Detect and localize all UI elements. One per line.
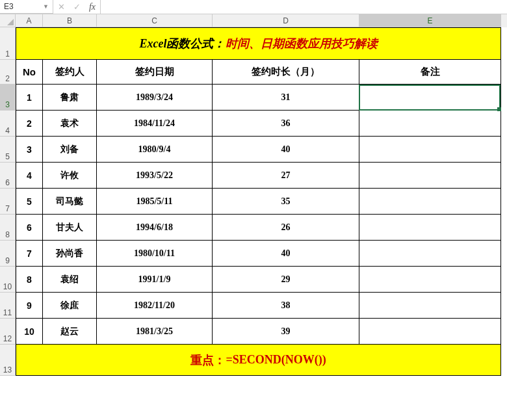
row-header[interactable]: 9 bbox=[0, 241, 16, 267]
cell-months[interactable]: 40 bbox=[213, 241, 359, 267]
table-row: 64许攸1993/5/2227 bbox=[0, 163, 507, 189]
cell-months[interactable]: 40 bbox=[213, 137, 359, 163]
col-header-c[interactable]: C bbox=[97, 14, 213, 27]
formula-bar: E3 ▼ ✕ ✓ fx bbox=[0, 0, 507, 14]
cell-note[interactable] bbox=[359, 267, 501, 293]
table-row: 31鲁肃1989/3/2431 bbox=[0, 85, 507, 111]
cell-note[interactable] bbox=[359, 189, 501, 215]
cell-date[interactable]: 1982/11/20 bbox=[97, 293, 213, 319]
header-signer[interactable]: 签约人 bbox=[43, 60, 97, 85]
cell-months[interactable]: 31 bbox=[213, 85, 359, 111]
footer-part1: 重点： bbox=[190, 352, 226, 368]
cell-note[interactable] bbox=[359, 111, 501, 137]
table-row: 108袁绍1991/1/929 bbox=[0, 267, 507, 293]
cell-note[interactable] bbox=[359, 241, 501, 267]
cell-note[interactable] bbox=[359, 85, 501, 111]
cancel-icon[interactable]: ✕ bbox=[53, 0, 69, 14]
cell-date[interactable]: 1991/1/9 bbox=[97, 267, 213, 293]
cell-months[interactable]: 38 bbox=[213, 293, 359, 319]
row-header[interactable]: 13 bbox=[0, 345, 16, 376]
cell-signer[interactable]: 司马懿 bbox=[43, 189, 97, 215]
cell-months[interactable]: 36 bbox=[213, 111, 359, 137]
row-header[interactable]: 10 bbox=[0, 267, 16, 293]
cell-date[interactable]: 1989/3/24 bbox=[97, 85, 213, 111]
cell-signer[interactable]: 鲁肃 bbox=[43, 85, 97, 111]
formula-bar-buttons: ✕ ✓ fx bbox=[53, 0, 101, 14]
cell-note[interactable] bbox=[359, 319, 501, 345]
col-header-a[interactable]: A bbox=[16, 14, 43, 27]
table-row: 13 重点： =SECOND(NOW()) bbox=[0, 345, 507, 376]
header-note[interactable]: 备注 bbox=[359, 60, 501, 85]
cell-signer[interactable]: 袁绍 bbox=[43, 267, 97, 293]
title-part2: 时间、日期函数应用技巧解读 bbox=[226, 36, 378, 51]
cell-date[interactable]: 1994/6/18 bbox=[97, 215, 213, 241]
cell-date[interactable]: 1980/10/11 bbox=[97, 241, 213, 267]
cell-signer[interactable]: 孙尚香 bbox=[43, 241, 97, 267]
cell-signer[interactable]: 袁术 bbox=[43, 111, 97, 137]
cell-signer[interactable]: 许攸 bbox=[43, 163, 97, 189]
cell-signer[interactable]: 刘备 bbox=[43, 137, 97, 163]
cell-months[interactable]: 29 bbox=[213, 267, 359, 293]
cell-signer[interactable]: 徐庶 bbox=[43, 293, 97, 319]
cell-note[interactable] bbox=[359, 215, 501, 241]
table-row: 2 No 签约人 签约日期 签约时长（月） 备注 bbox=[0, 60, 507, 85]
cell-no[interactable]: 7 bbox=[16, 241, 43, 267]
cell-months[interactable]: 35 bbox=[213, 189, 359, 215]
cell-months[interactable]: 27 bbox=[213, 163, 359, 189]
cell-note[interactable] bbox=[359, 137, 501, 163]
footer-part2: =SECOND(NOW()) bbox=[226, 353, 326, 367]
row-header[interactable]: 11 bbox=[0, 293, 16, 319]
row-header[interactable]: 3 bbox=[0, 85, 16, 111]
cell-no[interactable]: 5 bbox=[16, 189, 43, 215]
title-cell[interactable]: Excel函数公式： 时间、日期函数应用技巧解读 bbox=[16, 27, 501, 60]
name-box-value: E3 bbox=[4, 2, 14, 11]
table-row: 86甘夫人1994/6/1826 bbox=[0, 215, 507, 241]
cell-no[interactable]: 1 bbox=[16, 85, 43, 111]
cell-no[interactable]: 9 bbox=[16, 293, 43, 319]
cell-note[interactable] bbox=[359, 293, 501, 319]
row-header[interactable]: 4 bbox=[0, 111, 16, 137]
row-header[interactable]: 12 bbox=[0, 319, 16, 345]
row-header[interactable]: 7 bbox=[0, 189, 16, 215]
fx-icon[interactable]: fx bbox=[84, 0, 100, 14]
table-row: 75司马懿1985/5/1135 bbox=[0, 189, 507, 215]
select-all-corner[interactable] bbox=[0, 14, 16, 27]
col-header-e[interactable]: E bbox=[359, 14, 501, 27]
row-header[interactable]: 8 bbox=[0, 215, 16, 241]
cell-date[interactable]: 1993/5/22 bbox=[97, 163, 213, 189]
name-box[interactable]: E3 ▼ bbox=[0, 0, 53, 14]
column-headers: A B C D E bbox=[16, 14, 507, 27]
name-box-dropdown-icon[interactable]: ▼ bbox=[43, 3, 49, 10]
col-header-d[interactable]: D bbox=[213, 14, 359, 27]
cell-months[interactable]: 26 bbox=[213, 215, 359, 241]
footer-cell[interactable]: 重点： =SECOND(NOW()) bbox=[16, 345, 501, 376]
header-months[interactable]: 签约时长（月） bbox=[213, 60, 359, 85]
spreadsheet: A B C D E 1 Excel函数公式： 时间、日期函数应用技巧解读 2 N… bbox=[0, 14, 507, 376]
cell-no[interactable]: 6 bbox=[16, 215, 43, 241]
cell-no[interactable]: 4 bbox=[16, 163, 43, 189]
cell-signer[interactable]: 赵云 bbox=[43, 319, 97, 345]
cell-no[interactable]: 3 bbox=[16, 137, 43, 163]
cell-months[interactable]: 39 bbox=[213, 319, 359, 345]
row-header[interactable]: 1 bbox=[0, 27, 16, 60]
cell-date[interactable]: 1980/9/4 bbox=[97, 137, 213, 163]
cell-no[interactable]: 2 bbox=[16, 111, 43, 137]
row-header[interactable]: 5 bbox=[0, 137, 16, 163]
header-date[interactable]: 签约日期 bbox=[97, 60, 213, 85]
header-no[interactable]: No bbox=[16, 60, 43, 85]
cell-no[interactable]: 10 bbox=[16, 319, 43, 345]
cell-date[interactable]: 1985/5/11 bbox=[97, 189, 213, 215]
title-part1: Excel函数公式： bbox=[140, 36, 226, 51]
cell-signer[interactable]: 甘夫人 bbox=[43, 215, 97, 241]
row-header[interactable]: 2 bbox=[0, 60, 16, 85]
row-header[interactable]: 6 bbox=[0, 163, 16, 189]
confirm-icon[interactable]: ✓ bbox=[69, 0, 84, 14]
cell-no[interactable]: 8 bbox=[16, 267, 43, 293]
formula-input[interactable] bbox=[101, 0, 507, 14]
cell-date[interactable]: 1981/3/25 bbox=[97, 319, 213, 345]
table-row: 1210赵云1981/3/2539 bbox=[0, 319, 507, 345]
col-header-b[interactable]: B bbox=[43, 14, 97, 27]
cell-date[interactable]: 1984/11/24 bbox=[97, 111, 213, 137]
table-row: 119徐庶1982/11/2038 bbox=[0, 293, 507, 319]
cell-note[interactable] bbox=[359, 163, 501, 189]
